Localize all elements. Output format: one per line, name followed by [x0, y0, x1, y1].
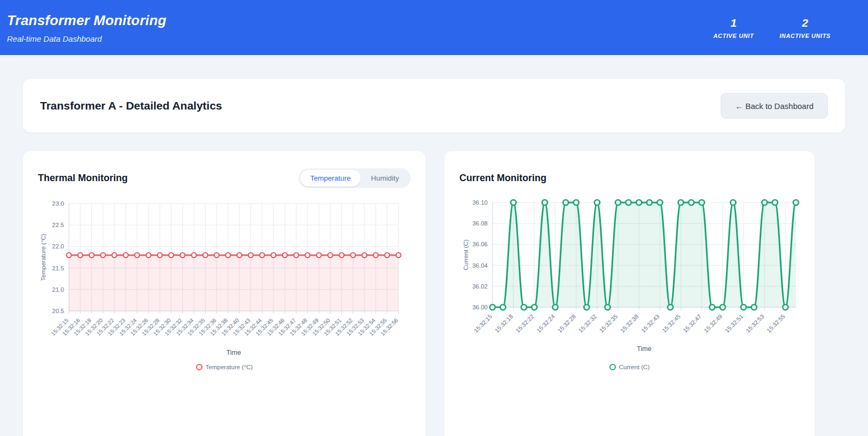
svg-text:36.00: 36.00	[472, 304, 488, 310]
app-title: Transformer Monitoring	[7, 12, 167, 29]
current-legend-marker-icon	[609, 364, 616, 370]
unit-stats: 1 ACTIVE UNIT 2 INACTIVE UNITS	[714, 17, 831, 39]
tab-humidity[interactable]: Humidity	[361, 170, 409, 186]
svg-text:15:32:24: 15:32:24	[535, 313, 556, 334]
svg-text:36.02: 36.02	[472, 283, 488, 290]
inactive-unit-count: 2	[779, 17, 831, 29]
svg-text:36.10: 36.10	[472, 199, 488, 206]
svg-text:15:32:55: 15:32:55	[765, 313, 786, 334]
svg-text:Temperature (°C): Temperature (°C)	[40, 233, 46, 281]
page-title: Transformer A - Detailed Analytics	[40, 99, 222, 112]
active-unit-count: 1	[714, 17, 754, 29]
svg-text:15:32:35: 15:32:35	[598, 313, 619, 334]
svg-text:15:32:45: 15:32:45	[661, 313, 682, 334]
svg-text:15:32:51: 15:32:51	[724, 313, 745, 334]
temperature-legend-marker-icon	[196, 364, 202, 370]
svg-text:36.04: 36.04	[472, 262, 488, 269]
svg-text:36.08: 36.08	[472, 220, 488, 227]
thermal-monitoring-card: Thermal Monitoring Temperature Humidity …	[23, 151, 426, 436]
temperature-legend-label: Temperature (°C)	[206, 364, 253, 370]
stat-inactive-units: 2 INACTIVE UNITS	[779, 17, 831, 39]
temperature-legend: Temperature (°C)	[38, 364, 411, 370]
current-legend: Current (C)	[459, 364, 800, 370]
svg-text:15:32:47: 15:32:47	[682, 313, 702, 334]
svg-text:20.5: 20.5	[52, 308, 64, 314]
svg-text:15:32:49: 15:32:49	[703, 313, 724, 334]
temperature-chart: 23.022.522.021.521.020.515:32:1515:32:16…	[38, 196, 406, 356]
svg-text:22.5: 22.5	[52, 222, 64, 228]
svg-text:15:32:43: 15:32:43	[640, 313, 661, 334]
current-monitoring-card: Current Monitoring 36.1036.0836.0636.043…	[444, 151, 815, 436]
svg-text:15:32:32: 15:32:32	[577, 313, 598, 334]
thermal-card-header: Thermal Monitoring Temperature Humidity	[38, 167, 411, 189]
svg-text:21.0: 21.0	[52, 286, 64, 293]
svg-text:15:32:53: 15:32:53	[745, 313, 765, 334]
thermal-card-title: Thermal Monitoring	[38, 173, 128, 184]
current-legend-label: Current (C)	[619, 364, 650, 370]
tab-temperature[interactable]: Temperature	[300, 170, 361, 186]
inactive-unit-label: INACTIVE UNITS	[779, 33, 831, 39]
back-to-dashboard-button[interactable]: ← Back to Dashboard	[721, 93, 828, 119]
svg-text:23.0: 23.0	[52, 200, 64, 207]
svg-text:Current (C): Current (C)	[463, 239, 469, 270]
app-header: Transformer Monitoring Real-time Data Da…	[0, 0, 868, 55]
svg-text:Time: Time	[226, 349, 241, 356]
svg-text:22.0: 22.0	[52, 243, 64, 250]
svg-text:15:32:18: 15:32:18	[494, 313, 514, 334]
svg-text:36.06: 36.06	[472, 241, 488, 247]
svg-text:Time: Time	[637, 345, 651, 353]
current-chart: 36.1036.0836.0636.0436.0236.0015:32:1515…	[459, 196, 812, 356]
current-card-header: Current Monitoring	[459, 167, 800, 189]
svg-text:15:32:28: 15:32:28	[556, 313, 577, 334]
active-unit-label: ACTIVE UNIT	[714, 33, 754, 39]
svg-text:21.5: 21.5	[52, 265, 64, 271]
svg-text:15:32:38: 15:32:38	[619, 313, 640, 334]
svg-text:15:32:22: 15:32:22	[514, 313, 535, 334]
charts-row: Thermal Monitoring Temperature Humidity …	[23, 151, 845, 436]
app-brand: Transformer Monitoring Real-time Data Da…	[7, 12, 167, 43]
thermal-metric-toggle: Temperature Humidity	[299, 168, 411, 188]
current-card-title: Current Monitoring	[459, 173, 546, 184]
stat-active-units: 1 ACTIVE UNIT	[714, 17, 754, 39]
svg-text:15:32:15: 15:32:15	[473, 313, 494, 334]
main-content: Transformer A - Detailed Analytics ← Bac…	[0, 55, 868, 436]
analytics-header-card: Transformer A - Detailed Analytics ← Bac…	[23, 79, 845, 133]
app-subtitle: Real-time Data Dashboard	[7, 34, 167, 43]
